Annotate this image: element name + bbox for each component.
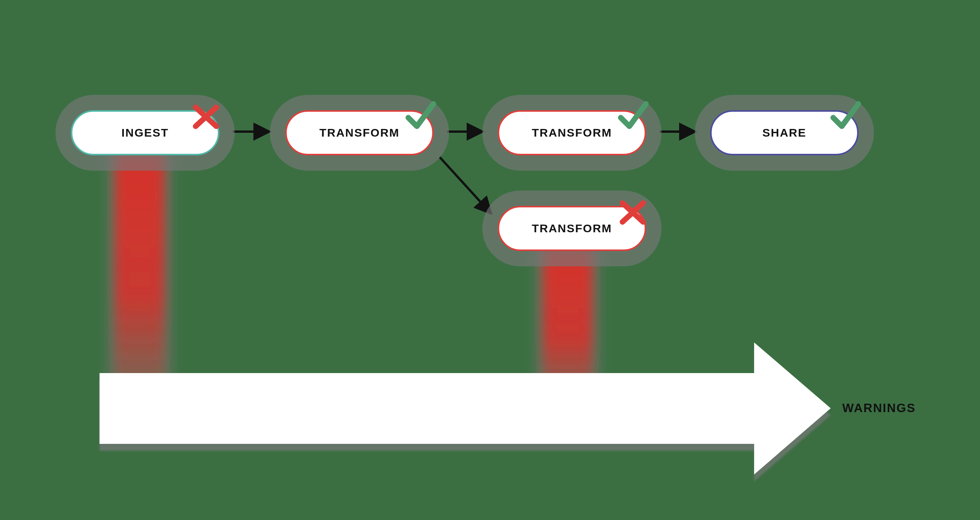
node-transform-2: TRANSFORM	[498, 110, 646, 155]
diagram-svg	[0, 0, 980, 520]
warnings-arrow	[100, 342, 831, 481]
node-label: TRANSFORM	[319, 126, 400, 139]
check-icon	[403, 99, 438, 133]
node-ingest: INGEST	[71, 110, 219, 155]
node-share: SHARE	[710, 110, 859, 155]
connector-transform1-transform3	[439, 157, 490, 212]
diagram-canvas: INGEST TRANSFORM TRANSFORM SHARE TRANSFO…	[0, 0, 980, 520]
node-label: TRANSFORM	[532, 222, 612, 235]
cross-icon	[189, 99, 223, 133]
warnings-label: WARNINGS	[842, 401, 916, 415]
check-icon	[616, 99, 650, 133]
check-icon	[828, 99, 862, 133]
node-label: INGEST	[121, 126, 169, 139]
node-label: SHARE	[762, 126, 806, 139]
node-label: TRANSFORM	[532, 126, 612, 139]
node-transform-3: TRANSFORM	[498, 206, 646, 251]
node-transform-1: TRANSFORM	[285, 110, 434, 155]
cross-icon	[616, 194, 650, 229]
